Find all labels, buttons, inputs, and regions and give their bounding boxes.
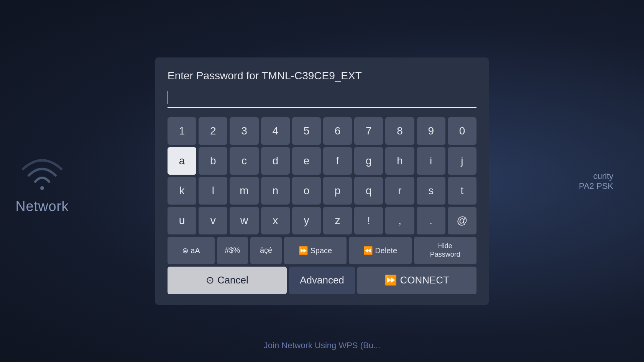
action-row: ⊙ Cancel Advanced ⏩ CONNECT: [168, 267, 476, 294]
cancel-label: Cancel: [217, 274, 248, 286]
key-symbols[interactable]: #$%: [217, 237, 248, 264]
advanced-button[interactable]: Advanced: [289, 267, 355, 294]
key-space[interactable]: ⏩ Space: [284, 237, 347, 264]
wifi-area: Network: [15, 148, 69, 215]
key-g[interactable]: g: [354, 147, 383, 175]
key-9[interactable]: 9: [417, 117, 445, 145]
key-6[interactable]: 6: [323, 117, 352, 145]
wifi-label: Network: [15, 198, 69, 215]
key-at[interactable]: @: [448, 207, 476, 234]
key-d[interactable]: d: [261, 147, 290, 175]
key-c[interactable]: c: [230, 147, 258, 175]
dialog-title: Enter Password for TMNL-C39CE9_EXT: [168, 70, 476, 82]
key-exclamation[interactable]: !: [354, 207, 383, 234]
key-f[interactable]: f: [323, 147, 352, 175]
connect-button[interactable]: ⏩ CONNECT: [357, 267, 476, 294]
right-info-panel: curity PA2 PSK: [579, 171, 613, 191]
key-m[interactable]: m: [230, 177, 258, 205]
key-l[interactable]: l: [199, 177, 227, 205]
security-label: curity: [579, 171, 613, 181]
key-8[interactable]: 8: [385, 117, 414, 145]
cancel-icon: ⊙: [206, 274, 214, 286]
key-7[interactable]: 7: [354, 117, 383, 145]
key-delete[interactable]: ⏪ Delete: [349, 237, 411, 264]
password-input-container[interactable]: [168, 90, 476, 108]
key-y[interactable]: y: [292, 207, 321, 234]
key-t[interactable]: t: [448, 177, 476, 205]
key-accents[interactable]: äçé: [250, 237, 282, 264]
key-0[interactable]: 0: [448, 117, 476, 145]
key-k[interactable]: k: [168, 177, 196, 205]
key-z[interactable]: z: [323, 207, 352, 234]
key-r[interactable]: r: [385, 177, 414, 205]
key-u[interactable]: u: [168, 207, 196, 234]
bottom-hint: Join Network Using WPS (Bu...: [264, 341, 380, 351]
keyboard-row-numbers: 1 2 3 4 5 6 7 8 9 0: [168, 117, 476, 145]
keyboard-row-special: ⊜ aA #$% äçé ⏩ Space ⏪ Delete HidePasswo…: [168, 237, 476, 264]
key-p[interactable]: p: [323, 177, 352, 205]
key-i[interactable]: i: [417, 147, 445, 175]
keyboard-row-kt: k l m n o p q r s t: [168, 177, 476, 205]
key-n[interactable]: n: [261, 177, 290, 205]
key-4[interactable]: 4: [261, 117, 290, 145]
connect-icon: ⏩: [384, 274, 397, 286]
wifi-icon: [15, 148, 69, 194]
key-e[interactable]: e: [292, 147, 321, 175]
key-v[interactable]: v: [199, 207, 227, 234]
key-b[interactable]: b: [199, 147, 227, 175]
key-3[interactable]: 3: [230, 117, 258, 145]
key-x[interactable]: x: [261, 207, 290, 234]
key-2[interactable]: 2: [199, 117, 227, 145]
key-comma[interactable]: ,: [385, 207, 414, 234]
keyboard-row-uz: u v w x y z ! , . @: [168, 207, 476, 234]
key-case-toggle[interactable]: ⊜ aA: [168, 237, 215, 264]
security-value: PA2 PSK: [579, 181, 613, 191]
key-hide-password[interactable]: HidePassword: [414, 237, 476, 264]
key-q[interactable]: q: [354, 177, 383, 205]
key-j[interactable]: j: [448, 147, 476, 175]
keyboard-row-aj: a b c d e f g h i j: [168, 147, 476, 175]
key-o[interactable]: o: [292, 177, 321, 205]
key-s[interactable]: s: [417, 177, 445, 205]
cancel-button[interactable]: ⊙ Cancel: [168, 267, 287, 294]
keyboard: 1 2 3 4 5 6 7 8 9 0 a b c d e f g h i j …: [168, 117, 476, 264]
key-h[interactable]: h: [385, 147, 414, 175]
key-period[interactable]: .: [417, 207, 445, 234]
key-5[interactable]: 5: [292, 117, 321, 145]
key-w[interactable]: w: [230, 207, 258, 234]
key-a[interactable]: a: [168, 147, 196, 175]
key-1[interactable]: 1: [168, 117, 196, 145]
text-cursor: [168, 91, 168, 104]
password-dialog: Enter Password for TMNL-C39CE9_EXT 1 2 3…: [155, 57, 489, 305]
connect-label: CONNECT: [400, 274, 449, 286]
advanced-label: Advanced: [300, 274, 344, 286]
svg-point-0: [40, 186, 44, 190]
